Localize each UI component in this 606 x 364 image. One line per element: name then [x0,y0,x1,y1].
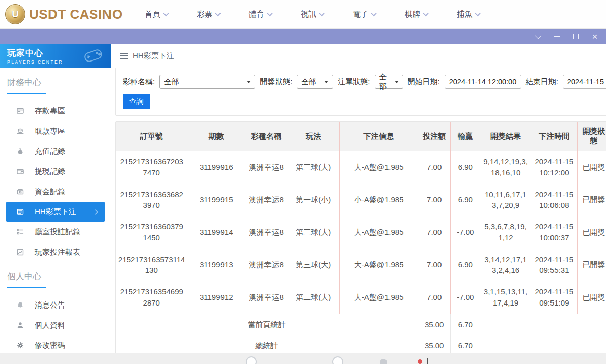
column-header: 玩法 [288,122,339,151]
sidebar-item-label: 取款專區 [35,127,65,136]
page-title: HH彩票下注 [133,51,174,61]
nav-item-6[interactable]: 棋牌 [405,9,428,20]
chevron-down-icon [215,11,221,16]
sidebar-item-個人資料[interactable]: 個人資料 [0,315,111,335]
sidebar-item-label: 資金記錄 [35,187,65,197]
table-cell: 31199915 [188,184,245,216]
footer-partial-icon [418,359,422,364]
table-row: 215217316354699287031199912澳洲幸运8第二球(大)大-… [116,281,606,314]
nav-item-label: 棋牌 [405,9,420,20]
sidebar-item-修改密碼[interactable]: 修改密碼 [0,335,111,355]
table-cell: -7.00 [451,216,480,249]
summary-bet-total: 35.00 [418,314,451,335]
sidebar-item-label: 提現記錄 [35,167,65,176]
table-cell: 9,14,12,19,3,18,16,10 [480,151,531,184]
summary-winloss-total: 6.70 [451,314,480,335]
table-cell: 2152173163672037470 [116,151,188,184]
maximize-icon[interactable] [572,33,580,41]
table-cell: 澳洲幸运8 [245,249,288,281]
funds-icon [16,188,24,196]
nav-item-1[interactable]: 首頁 [145,9,168,20]
table-row: 215217316367203747031199916澳洲幸运8第三球(大)大-… [116,151,606,184]
cashout-icon [16,167,24,175]
start-date-input[interactable] [445,75,521,89]
gamepad-icon [82,46,105,66]
bet-status-select[interactable]: 全部 [375,75,403,89]
sidebar-item-廳室投註記錄[interactable]: 廳室投註記錄 [0,222,111,242]
nav-item-7[interactable]: 捕魚 [457,9,480,20]
lottery-select[interactable]: 全部 [159,75,255,89]
table-cell: 大-A盤@1.985 [339,249,418,281]
sidebar-item-資金記錄[interactable]: 資金記錄 [0,181,111,202]
footer-partial-icon [246,356,257,364]
table-cell: 澳洲幸运8 [245,216,288,249]
chevron-down-icon [371,11,376,16]
column-header: 輸贏 [451,122,480,151]
table-cell: 31199912 [188,281,245,314]
gear-icon [16,341,24,349]
sidebar-item-充值記錄[interactable]: 充值記錄 [0,141,111,161]
table-cell: 大-A盤@1.985 [339,281,418,314]
minimize-icon[interactable] [553,33,561,41]
table-cell: 大-A盤@1.985 [339,151,418,184]
nav-item-3[interactable]: 體育 [249,9,272,20]
sidebar-item-label: 充值記錄 [35,147,65,156]
sidebar-item-存款專區[interactable]: 存款專區 [0,101,111,121]
table-cell: 7.00 [418,151,451,184]
table-cell: 2024-11-15 10:12:00 [531,151,577,184]
sidebar-item-label: 廳室投註記錄 [35,227,80,237]
table-cell: 澳洲幸运8 [245,281,288,314]
sidebar-item-label: 玩家投注報表 [35,248,80,257]
sidebar-item-HH彩票下注[interactable]: HH彩票下注 [6,202,105,222]
collapse-chevron-icon[interactable] [533,33,541,41]
sidebar-header: 玩家中心 PLAYERS CENTER [0,44,111,68]
table-cell: 5,3,6,7,8,19,1,12 [480,216,531,249]
table-cell: 2024-11-15 10:06:08 [531,184,577,216]
nav-item-4[interactable]: 視訊 [301,9,324,20]
sidebar-item-label: 存款專區 [35,106,65,116]
table-cell: 3,1,15,13,11,17,4,19 [480,281,531,314]
menu-toggle-icon[interactable] [120,53,128,59]
nav-item-2[interactable]: 彩票 [197,9,220,20]
bell-icon [16,301,24,309]
lottery-filter-label: 彩種名稱: [123,77,155,87]
sidebar-item-提現記錄[interactable]: 提現記錄 [0,161,111,181]
sidebar-item-玩家投注報表[interactable]: 玩家投注報表 [0,242,111,262]
logo[interactable]: U USDT CASINO [5,4,124,24]
nav-item-label: 彩票 [197,9,212,20]
search-button[interactable]: 查詢 [123,94,150,109]
recharge-icon [16,147,24,155]
table-cell: 已開獎 [578,184,606,216]
nav-item-5[interactable]: 電子 [353,9,376,20]
draw-status-select[interactable]: 全部 [297,75,333,89]
table-cell: 31199916 [188,151,245,184]
section-underline [7,287,104,288]
table-cell: 2152173163573114130 [116,249,188,281]
close-icon[interactable]: × [591,33,599,41]
table-cell: 已開獎 [578,249,606,281]
chevron-down-icon [163,11,169,16]
table-cell: 31199914 [188,216,245,249]
table-cell: 第三球(大) [288,249,339,281]
table-cell: 7.00 [418,216,451,249]
logo-text: USDT CASINO [29,7,123,22]
column-header: 開獎結果 [480,122,531,151]
table-cell: 澳洲幸运8 [245,184,288,216]
column-header: 下注信息 [339,122,418,151]
sidebar-item-消息公告[interactable]: 消息公告 [0,295,111,315]
user-icon [16,321,24,329]
summary-row: 當前頁統計35.006.70 [116,314,606,335]
hall-icon [16,228,24,236]
sidebar-item-label: 修改密碼 [35,341,65,350]
table-cell: 2152173163546992870 [116,281,188,314]
sidebar-item-取款專區[interactable]: 取款專區 [0,121,111,141]
table-cell: 2024-11-15 09:51:09 [531,281,577,314]
main-content: HH彩票下注 彩種名稱: 全部 開獎狀態: 全部 注單狀態: 全部 [111,44,606,364]
column-header: 彩種名稱 [245,122,288,151]
nav-item-label: 首頁 [145,9,160,20]
end-date-label: 結束日期: [526,77,558,87]
chevron-right-icon [93,209,98,214]
end-date-input[interactable] [563,75,606,89]
bets-table-panel: 訂單號期數彩種名稱玩法下注信息投注額輸贏開獎結果下注時間開獎狀態注單狀態 215… [115,121,606,364]
breadcrumb: HH彩票下注 [115,44,606,68]
